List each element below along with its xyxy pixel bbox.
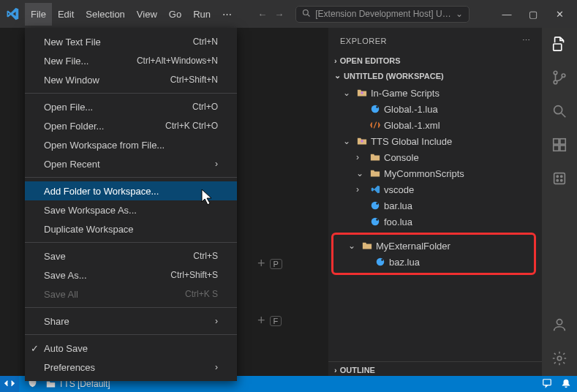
- file-baz-lua[interactable]: baz.lua: [333, 254, 534, 270]
- menu-item-preferences[interactable]: Preferences›: [25, 358, 237, 377]
- plus-icon: +: [257, 313, 265, 328]
- menu-item-open-workspace-from-file[interactable]: Open Workspace from File...: [25, 135, 237, 154]
- svg-point-26: [557, 320, 562, 325]
- extensions-activity-icon[interactable]: [551, 136, 568, 154]
- window-controls: — ▢ ✕: [489, 9, 577, 20]
- menu-item-new-window[interactable]: New WindowCtrl+Shift+N: [25, 70, 237, 89]
- file-tree: ⌄In-Game ScriptsGlobal.-1.luaGlobal.-1.x…: [328, 83, 542, 231]
- menu-item-new-file[interactable]: New File...Ctrl+Alt+Windows+N: [25, 51, 237, 70]
- title-bar: File Edit Selection View Go Run ⋯ ← → [E…: [0, 0, 577, 28]
- menu-item-auto-save[interactable]: ✓Auto Save: [25, 339, 237, 358]
- dice-activity-icon[interactable]: [551, 170, 568, 187]
- menu-view[interactable]: View: [131, 3, 163, 26]
- menu-overflow[interactable]: ⋯: [216, 3, 238, 26]
- folder-icon: [369, 167, 381, 179]
- explorer-title: EXPLORER: [340, 37, 387, 45]
- file-global-1-xml[interactable]: Global.-1.xml: [328, 117, 542, 133]
- svg-point-14: [562, 74, 565, 78]
- nav-back-icon[interactable]: ←: [257, 9, 267, 20]
- folder-tts-global-include[interactable]: ⌄TTS Global Include: [328, 133, 542, 149]
- menu-item-new-text-file[interactable]: New Text FileCtrl+N: [25, 32, 237, 51]
- menu-item-add-folder-to-workspace[interactable]: Add Folder to Workspace...: [25, 181, 237, 200]
- folder-in-game-scripts[interactable]: ⌄In-Game Scripts: [328, 85, 542, 101]
- menu-item-save[interactable]: SaveCtrl+S: [25, 246, 237, 265]
- menu-file[interactable]: File: [25, 3, 52, 26]
- chevron-down-icon: ⌄: [356, 168, 366, 178]
- lua-icon: [369, 216, 381, 227]
- svg-rect-17: [554, 139, 559, 144]
- chevron-down-icon: ⌄: [348, 241, 358, 251]
- workspace-section[interactable]: ⌄ UNTITLED (WORKSPACE): [328, 68, 542, 83]
- menu-go[interactable]: Go: [163, 3, 187, 26]
- settings-activity-icon[interactable]: [551, 350, 568, 367]
- folder-myexternalfolder[interactable]: ⌄MyExternalFolder: [333, 238, 534, 254]
- xml-icon: [369, 119, 381, 131]
- menu-run[interactable]: Run: [187, 3, 216, 26]
- remote-indicator[interactable]: [0, 376, 19, 392]
- file-bar-lua[interactable]: bar.lua: [328, 197, 542, 214]
- menu-item-save-as[interactable]: Save As...Ctrl+Shift+S: [25, 265, 237, 284]
- file-foo-lua[interactable]: foo.lua: [328, 214, 542, 230]
- explorer-panel: EXPLORER ⋯ › OPEN EDITORS ⌄ UNTITLED (WO…: [328, 28, 542, 377]
- nav-forward-icon[interactable]: →: [274, 9, 284, 20]
- svg-point-22: [557, 176, 558, 177]
- chevron-right-icon: ›: [215, 159, 218, 169]
- account-activity-icon[interactable]: [551, 316, 568, 333]
- menu-item-save-all: Save AllCtrl+K S: [25, 284, 237, 304]
- search-activity-icon[interactable]: [551, 102, 568, 120]
- menu-item-open-recent[interactable]: Open Recent›: [25, 154, 237, 173]
- menu-item-open-file[interactable]: Open File...Ctrl+O: [25, 97, 237, 116]
- menu-selection[interactable]: Selection: [80, 3, 130, 26]
- menu-edit[interactable]: Edit: [52, 3, 80, 26]
- vscode-logo: [0, 0, 25, 28]
- svg-point-2: [361, 91, 363, 94]
- explorer-more-icon[interactable]: ⋯: [522, 36, 531, 45]
- svg-point-12: [554, 71, 557, 75]
- plus-icon: +: [257, 256, 265, 271]
- svg-point-0: [303, 10, 309, 15]
- folder-icon: [361, 240, 373, 252]
- folder-vscode[interactable]: ›vscode: [328, 181, 542, 197]
- close-icon[interactable]: ✕: [554, 9, 565, 20]
- svg-line-1: [308, 14, 310, 16]
- folder-console[interactable]: ›Console: [328, 149, 542, 165]
- explorer-activity-icon[interactable]: [551, 35, 568, 53]
- command-center[interactable]: [Extension Development Host] U… ⌄: [295, 6, 469, 23]
- menu-item-save-workspace-as[interactable]: Save Workspace As...: [25, 200, 237, 219]
- chevron-down-icon: ⌄: [334, 71, 341, 80]
- svg-point-24: [561, 176, 562, 177]
- minimize-icon[interactable]: —: [501, 9, 513, 20]
- dice-icon: [356, 87, 368, 99]
- menu-item-open-folder[interactable]: Open Folder...Ctrl+K Ctrl+O: [25, 116, 237, 135]
- svg-rect-21: [554, 173, 565, 184]
- folder-mycommonscripts[interactable]: ⌄MyCommonScripts: [328, 165, 542, 181]
- feedback-icon[interactable]: [542, 378, 552, 391]
- lua-icon: [369, 200, 381, 211]
- svg-rect-18: [554, 146, 559, 151]
- svg-rect-20: [560, 139, 565, 144]
- chevron-right-icon: ›: [215, 362, 218, 372]
- menu-item-duplicate-workspace[interactable]: Duplicate Workspace: [25, 219, 237, 238]
- menu-separator: [25, 177, 237, 178]
- keyboard-hint-p: P: [270, 259, 282, 269]
- highlighted-folder: ⌄MyExternalFolderbaz.lua: [331, 233, 536, 275]
- svg-rect-28: [543, 379, 551, 385]
- menu-separator: [25, 242, 237, 243]
- bell-icon[interactable]: [561, 378, 571, 391]
- maximize-icon[interactable]: ▢: [527, 9, 539, 20]
- menu-separator: [25, 334, 237, 335]
- svg-point-4: [376, 106, 378, 108]
- source-control-activity-icon[interactable]: [551, 69, 568, 86]
- menu-item-share[interactable]: Share›: [25, 312, 237, 331]
- svg-point-25: [557, 180, 558, 181]
- menu-separator: [25, 93, 237, 94]
- file-global-1-lua[interactable]: Global.-1.lua: [328, 101, 542, 117]
- svg-point-9: [376, 219, 378, 221]
- open-editors-section[interactable]: › OPEN EDITORS: [328, 53, 542, 68]
- outline-section[interactable]: › OUTLINE: [328, 361, 542, 377]
- folder-icon: [369, 151, 381, 163]
- lua-icon: [374, 256, 386, 268]
- chevron-right-icon: ›: [356, 184, 366, 195]
- chevron-down-icon: ⌄: [343, 88, 353, 98]
- chevron-right-icon: ›: [356, 152, 366, 162]
